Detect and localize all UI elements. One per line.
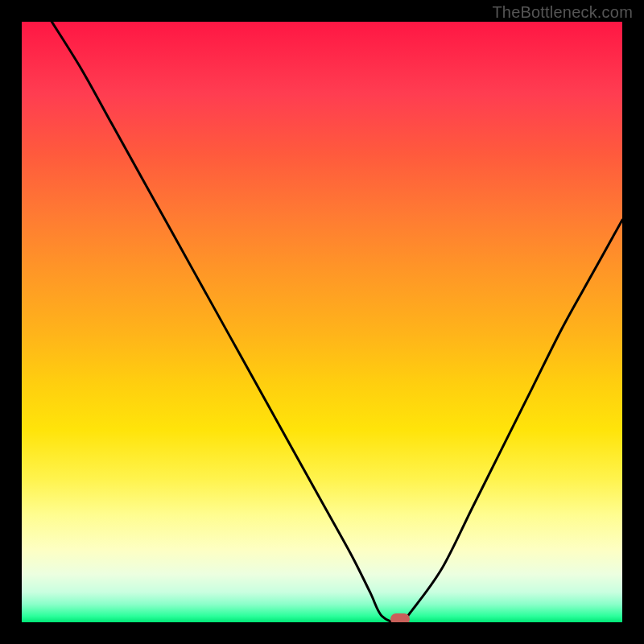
curve-svg: [22, 22, 622, 622]
chart-container: TheBottleneck.com: [0, 0, 644, 644]
plot-area: [22, 22, 622, 622]
bottleneck-curve-line: [52, 22, 622, 622]
watermark-text: TheBottleneck.com: [492, 3, 633, 22]
optimal-point-marker: [390, 613, 410, 622]
